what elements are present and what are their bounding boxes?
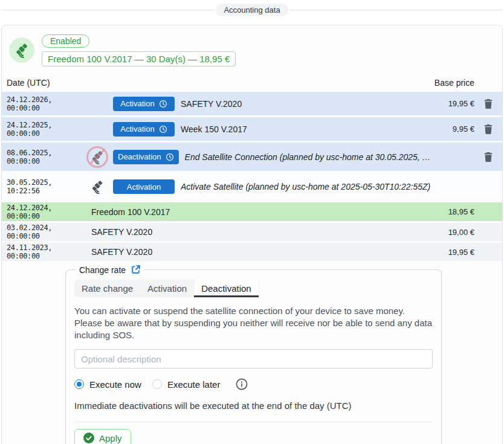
change-rate-title: Change rate bbox=[79, 265, 126, 275]
column-header-date: Date (UTC) bbox=[2, 78, 86, 88]
table-row: 24.12.2024, 00:00:00 Freedom 100 V.2017 … bbox=[2, 202, 502, 221]
table-row: 24.11.2023, 00:00:00 SAFETY V.2020 19,95… bbox=[2, 243, 502, 261]
table-row: 03.02.2024, 00:00:00 SAFETY V.2020 19,00… bbox=[2, 223, 502, 241]
table-row: 24.12.2026, 00:00:00 Activation SAFETY V… bbox=[2, 92, 502, 115]
check-circle-icon bbox=[83, 433, 94, 443]
change-rate-tabs: Rate change Activation Deactivation bbox=[74, 280, 259, 297]
deactivation-description: You can activate or suspend the satellit… bbox=[74, 305, 433, 341]
description-input[interactable] bbox=[74, 349, 433, 368]
accounting-card: Enabled Freedom 100 V.2017 — 30 Day(s) —… bbox=[1, 25, 503, 444]
row-date: 24.12.2025, 00:00:00 bbox=[2, 121, 86, 138]
badge-label: Activation bbox=[127, 182, 161, 191]
satellite-banned-icon bbox=[86, 146, 108, 168]
table-row: 24.12.2025, 00:00:00 Activation Week 150… bbox=[2, 117, 502, 141]
row-description: Activate Satellite (planned by usc-home … bbox=[181, 182, 430, 191]
row-description: Freedom 100 V.2017 bbox=[91, 207, 170, 217]
row-price: 9,95 € bbox=[433, 124, 474, 134]
table-header: Date (UTC) Base price bbox=[2, 74, 502, 92]
divider-line bbox=[289, 10, 503, 10]
radio-label-execute-later: Execute later bbox=[167, 379, 221, 390]
row-date: 24.12.2024, 00:00:00 bbox=[2, 204, 86, 220]
ban-overlay bbox=[86, 146, 108, 168]
tab-rate-change[interactable]: Rate change bbox=[74, 280, 140, 297]
row-description: SAFETY V.2020 bbox=[91, 227, 152, 237]
radio-execute-now[interactable] bbox=[74, 379, 84, 389]
external-link-icon[interactable] bbox=[131, 265, 141, 275]
accounting-table: Date (UTC) Base price 24.12.2026, 00:00:… bbox=[2, 74, 502, 261]
status-badge: Activation bbox=[113, 122, 175, 137]
badge-label: Activation bbox=[120, 124, 154, 134]
section-divider: Accounting data bbox=[0, 0, 504, 16]
execution-note: Immediate deactivations will be executed… bbox=[74, 401, 433, 411]
clock-icon bbox=[159, 125, 167, 134]
row-date: 24.12.2026, 00:00:00 bbox=[2, 95, 86, 112]
trash-icon[interactable] bbox=[483, 98, 493, 109]
status-badge: Activation bbox=[113, 97, 175, 111]
trash-icon[interactable] bbox=[483, 152, 493, 162]
trash-icon[interactable] bbox=[483, 124, 493, 135]
apply-button[interactable]: Apply bbox=[74, 429, 131, 444]
table-row: 30.05.2025, 10:22:56 Activation Activate… bbox=[2, 173, 502, 201]
row-description: SAFETY V.2020 bbox=[181, 99, 242, 109]
radio-label-execute-now: Execute now bbox=[89, 379, 141, 390]
status-badge: Activation bbox=[113, 179, 175, 194]
info-icon[interactable] bbox=[236, 378, 248, 390]
row-price: 18,95 € bbox=[433, 207, 474, 216]
row-description: End Satellite Connection (planned by usc… bbox=[185, 152, 433, 162]
satellite-icon bbox=[86, 176, 108, 198]
row-date: 08.06.2025, 00:00:00 bbox=[2, 149, 86, 166]
badge-label: Deactivation bbox=[118, 152, 161, 161]
row-description: SAFETY V.2020 bbox=[91, 247, 152, 257]
tab-activation[interactable]: Activation bbox=[140, 280, 194, 297]
current-rate: Freedom 100 V.2017 — 30 Day(s) — 18,95 € bbox=[42, 51, 236, 66]
clock-icon bbox=[159, 100, 167, 108]
section-title: Accounting data bbox=[216, 4, 288, 16]
status-badge: Enabled bbox=[42, 34, 89, 48]
row-date: 03.02.2024, 00:00:00 bbox=[2, 224, 86, 240]
clock-icon bbox=[166, 153, 174, 161]
row-price: 19,95 € bbox=[433, 99, 474, 108]
tab-deactivation[interactable]: Deactivation bbox=[194, 280, 259, 297]
column-header-price: Base price bbox=[433, 78, 474, 88]
table-row: 08.06.2025, 00:00:00 Deactivation End Sa… bbox=[2, 143, 502, 171]
radio-execute-later[interactable] bbox=[152, 379, 162, 389]
row-description: Week 150 V.2017 bbox=[181, 124, 247, 134]
execution-options: Execute now Execute later bbox=[74, 378, 433, 390]
row-price: 19,00 € bbox=[433, 228, 474, 237]
icon-slot bbox=[86, 118, 108, 140]
icon-slot bbox=[86, 93, 108, 115]
row-date: 24.11.2023, 00:00:00 bbox=[2, 243, 86, 260]
status-badge: Deactivation bbox=[113, 150, 179, 164]
row-price: 19,95 € bbox=[433, 248, 474, 257]
satellite-icon bbox=[9, 37, 34, 63]
change-rate-panel: Change rate Rate change Activation Deact… bbox=[65, 265, 442, 444]
divider-line bbox=[1, 10, 215, 10]
form-divider bbox=[74, 422, 433, 422]
badge-label: Activation bbox=[120, 99, 154, 108]
apply-label: Apply bbox=[99, 433, 122, 443]
row-date: 30.05.2025, 10:22:56 bbox=[2, 178, 86, 195]
plan-header: Enabled Freedom 100 V.2017 — 30 Day(s) —… bbox=[2, 25, 502, 66]
